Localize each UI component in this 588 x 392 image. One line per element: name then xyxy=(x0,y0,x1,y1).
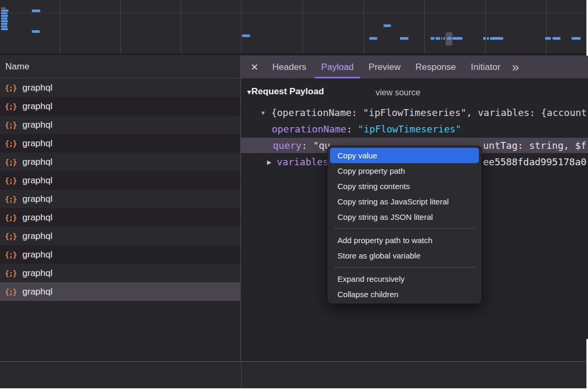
request-list-item[interactable]: {;}graphql xyxy=(0,134,240,153)
timeline-gridline xyxy=(302,0,303,54)
json-file-icon: {;} xyxy=(5,102,16,111)
request-name-label: graphql xyxy=(22,250,52,260)
context-menu-item-collapse-children[interactable]: Collapse children xyxy=(330,287,479,302)
context-menu-separator xyxy=(334,228,475,229)
json-file-icon: {;} xyxy=(5,232,16,240)
context-menu-item-store-as-global-variable[interactable]: Store as global variable xyxy=(330,248,479,263)
request-name-label: graphql xyxy=(22,212,52,223)
request-timing-bar xyxy=(1,12,7,14)
more-tabs-chevron-icon[interactable]: » xyxy=(512,61,519,74)
timeline-gridline xyxy=(485,0,486,54)
request-timing-bar xyxy=(400,37,408,40)
request-name-label: graphql xyxy=(22,287,52,297)
timeline-gridline xyxy=(241,0,242,54)
expanded-triangle-icon[interactable]: ▼ xyxy=(260,110,266,116)
request-timing-bar xyxy=(1,20,8,22)
page-edge-bottom xyxy=(0,388,588,392)
json-file-icon: {;} xyxy=(5,213,16,222)
section-title: Request Payload xyxy=(252,86,324,96)
request-list-item[interactable]: {;}graphql xyxy=(0,282,240,301)
context-menu-item-copy-property-path[interactable]: Copy property path xyxy=(330,163,479,179)
json-file-icon: {;} xyxy=(5,158,16,166)
query-value-right-fragment: untTag: string, $f xyxy=(483,138,586,153)
request-list-item[interactable]: {;}graphql xyxy=(0,171,240,190)
bottom-summary-strip xyxy=(0,361,586,388)
request-list-item[interactable]: {;}graphql xyxy=(0,153,240,171)
devtools-network-panel: Name {;}graphql{;}graphql{;}graphql{;}gr… xyxy=(0,0,588,392)
request-timing-bar xyxy=(443,37,445,40)
timeline-gridline xyxy=(424,0,425,54)
context-menu-item-copy-string-as-json-literal[interactable]: Copy string as JSON literal xyxy=(330,209,479,225)
request-list-item[interactable]: {;}graphql xyxy=(0,97,240,115)
request-list-item[interactable]: {;}graphql xyxy=(0,227,240,245)
request-timing-bar xyxy=(441,37,442,40)
context-menu-separator xyxy=(334,267,475,268)
request-timing-bar xyxy=(1,7,6,9)
colon: : xyxy=(346,123,358,135)
request-list-item[interactable]: {;}graphql xyxy=(0,245,240,264)
request-timing-bar xyxy=(545,37,551,40)
name-column-header[interactable]: Name xyxy=(0,56,240,78)
request-timing-bar xyxy=(572,37,581,40)
request-list-panel: Name {;}graphql{;}graphql{;}graphql{;}gr… xyxy=(0,56,241,361)
request-name-label: graphql xyxy=(22,157,52,167)
tab-headers[interactable]: Headers xyxy=(265,56,314,78)
timeline-gridline xyxy=(181,0,181,54)
json-file-icon: {;} xyxy=(5,195,16,203)
json-file-icon: {;} xyxy=(5,121,16,129)
tab-initiator[interactable]: Initiator xyxy=(464,56,508,78)
json-file-icon: {;} xyxy=(5,139,16,148)
collapsed-triangle-icon[interactable]: ▶ xyxy=(267,159,271,165)
context-menu-item-copy-string-contents[interactable]: Copy string contents xyxy=(330,179,479,194)
request-name-label: graphql xyxy=(22,120,52,130)
request-timing-bar xyxy=(369,37,377,40)
property-key: operationName xyxy=(272,123,346,135)
tab-response[interactable]: Response xyxy=(408,56,464,78)
json-file-icon: {;} xyxy=(5,176,16,185)
context-menu: Copy valueCopy property pathCopy string … xyxy=(327,146,482,304)
request-list-item[interactable]: {;}graphql xyxy=(0,78,240,97)
context-menu-item-expand-recursively[interactable]: Expand recursively xyxy=(330,271,479,287)
request-timing-bar xyxy=(384,24,391,27)
request-timing-bar xyxy=(1,15,8,17)
request-timing-bar xyxy=(553,37,560,40)
json-file-icon: {;} xyxy=(5,84,16,92)
root-object-preview: {operationName: "ipFlowTimeseries", vari… xyxy=(271,107,587,118)
tab-payload[interactable]: Payload xyxy=(314,56,361,78)
request-payload-section-header[interactable]: ▾Request Payload xyxy=(247,86,324,97)
request-timing-bar xyxy=(452,37,462,40)
property-key: query xyxy=(273,140,301,151)
request-list-item[interactable]: {;}graphql xyxy=(0,264,240,282)
close-icon[interactable]: ✕ xyxy=(251,61,259,73)
tab-preview[interactable]: Preview xyxy=(361,56,408,78)
request-timing-bar xyxy=(483,37,486,40)
context-menu-item-copy-string-as-javascript-literal[interactable]: Copy string as JavaScript literal xyxy=(330,194,479,209)
request-timing-bar xyxy=(431,37,434,40)
request-timing-bar xyxy=(490,37,503,40)
timeline-horizontal-gridline xyxy=(0,13,586,13)
request-name-label: graphql xyxy=(22,231,52,242)
request-name-label: graphql xyxy=(22,101,52,112)
request-timing-bar xyxy=(1,23,7,25)
network-overview-timeline[interactable] xyxy=(0,0,586,55)
request-rows: {;}graphql{;}graphql{;}graphql{;}graphql… xyxy=(0,78,240,361)
request-list-item[interactable]: {;}graphql xyxy=(0,115,240,134)
request-timing-bar xyxy=(1,28,8,30)
json-file-icon: {;} xyxy=(5,269,16,278)
view-source-link[interactable]: view source xyxy=(376,88,420,97)
payload-root-row[interactable]: ▼{operationName: "ipFlowTimeseries", var… xyxy=(241,105,588,120)
request-timing-bar xyxy=(435,37,440,40)
main-split: Name {;}graphql{;}graphql{;}graphql{;}gr… xyxy=(0,56,588,361)
context-menu-item-copy-value[interactable]: Copy value xyxy=(330,148,479,163)
context-menu-item-add-property-path-to-watch[interactable]: Add property path to watch xyxy=(330,233,479,248)
timeline-gridline xyxy=(363,0,364,54)
request-list-item[interactable]: {;}graphql xyxy=(0,190,240,208)
request-name-label: graphql xyxy=(22,194,52,204)
request-list-item[interactable]: {;}graphql xyxy=(0,208,240,227)
variables-preview-right-fragment: ee5588fdad995178a0 xyxy=(483,154,586,170)
timeline-gridline xyxy=(120,0,121,54)
json-file-icon: {;} xyxy=(5,288,16,296)
request-name-label: graphql xyxy=(22,83,52,93)
payload-operation-name-row[interactable]: operationName: "ipFlowTimeseries" xyxy=(241,121,588,137)
request-timing-bar xyxy=(1,25,7,28)
